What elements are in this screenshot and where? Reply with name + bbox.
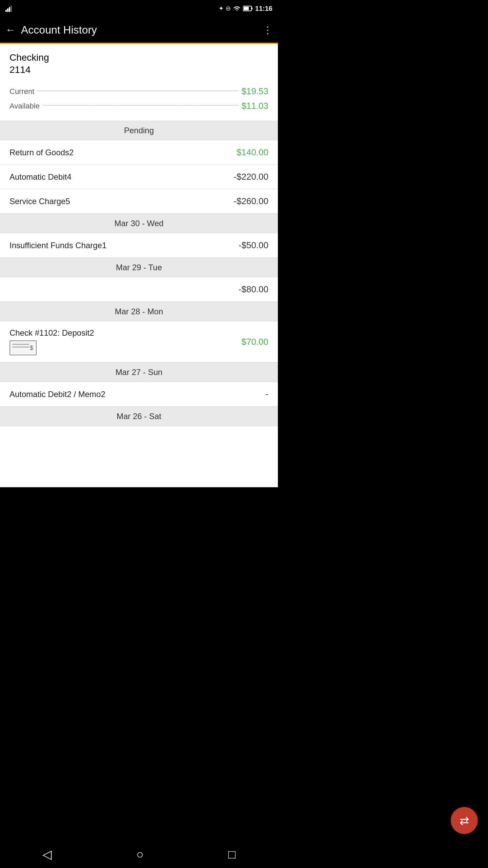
transaction-label: Return of Goods2 — [9, 148, 74, 157]
section-header-mar30: Mar 30 - Wed — [0, 214, 278, 233]
account-number: 2114 — [9, 64, 268, 75]
transaction-row[interactable]: Insufficient Funds Charge1 -$50.00 — [0, 233, 278, 258]
back-button[interactable]: ← — [5, 24, 16, 36]
transaction-row[interactable]: Check #1102: Deposit2 $70.00 — [0, 321, 278, 362]
account-info: Checking 2114 — [0, 44, 278, 81]
app-bar: ← Account History ⋮ — [0, 17, 278, 44]
section-header-pending: Pending — [0, 121, 278, 140]
minus-icon: ⊖ — [226, 5, 231, 12]
available-label: Available — [9, 102, 40, 111]
available-amount: $11.03 — [241, 101, 268, 111]
transaction-amount: -$80.00 — [239, 284, 268, 295]
transaction-amount: -$220.00 — [233, 172, 268, 182]
page-title: Account History — [21, 24, 263, 36]
transaction-label: Insufficient Funds Charge1 — [9, 241, 106, 250]
wifi-icon — [233, 5, 241, 12]
current-balance-row: Current $19.53 — [9, 86, 268, 97]
main-content: Checking 2114 Current $19.53 Available $… — [0, 44, 278, 487]
transaction-row[interactable]: Return of Goods2 $140.00 — [0, 140, 278, 165]
status-right: ✦ ⊖ 11:16 — [219, 5, 272, 13]
transaction-row[interactable]: -$80.00 — [0, 277, 278, 302]
section-header-mar28: Mar 28 - Mon — [0, 302, 278, 321]
bluetooth-icon: ✦ — [219, 5, 224, 12]
current-dots — [37, 91, 239, 91]
available-dots — [42, 105, 239, 106]
transaction-amount: -$50.00 — [239, 240, 268, 251]
section-header-mar29: Mar 29 - Tue — [0, 258, 278, 277]
available-balance-row: Available $11.03 — [9, 101, 268, 111]
section-header-mar27: Mar 27 - Sun — [0, 362, 278, 382]
signal-icon — [5, 5, 14, 12]
svg-rect-0 — [5, 10, 7, 12]
transaction-label: Service Charge5 — [9, 197, 70, 206]
svg-rect-1 — [7, 8, 8, 12]
section-header-mar26: Mar 26 - Sat — [0, 407, 278, 426]
svg-rect-6 — [244, 7, 249, 10]
balance-section: Current $19.53 Available $11.03 — [0, 81, 278, 121]
transaction-amount: - — [265, 389, 268, 399]
transaction-amount: $70.00 — [241, 337, 268, 347]
transaction-label: Check #1102: Deposit2 — [9, 328, 94, 338]
transaction-label: Automatic Debit4 — [9, 172, 72, 182]
status-left — [5, 5, 14, 12]
transaction-row[interactable]: Automatic Debit4 -$220.00 — [0, 165, 278, 189]
transaction-amount: $140.00 — [237, 147, 268, 158]
svg-rect-5 — [251, 7, 252, 9]
current-amount: $19.53 — [241, 86, 268, 97]
check-image-icon — [9, 340, 37, 355]
transaction-amount: -$260.00 — [233, 196, 268, 206]
overflow-menu-button[interactable]: ⋮ — [263, 24, 272, 36]
status-bar: ✦ ⊖ 11:16 — [0, 0, 278, 17]
transaction-row[interactable]: Automatic Debit2 / Memo2 - — [0, 382, 278, 407]
svg-rect-2 — [9, 7, 10, 12]
status-time: 11:16 — [255, 5, 272, 13]
battery-icon — [243, 5, 253, 12]
current-label: Current — [9, 87, 34, 96]
svg-rect-3 — [11, 6, 12, 12]
account-name: Checking — [9, 52, 268, 63]
transaction-label: Automatic Debit2 / Memo2 — [9, 390, 105, 399]
transaction-row[interactable]: Service Charge5 -$260.00 — [0, 189, 278, 214]
